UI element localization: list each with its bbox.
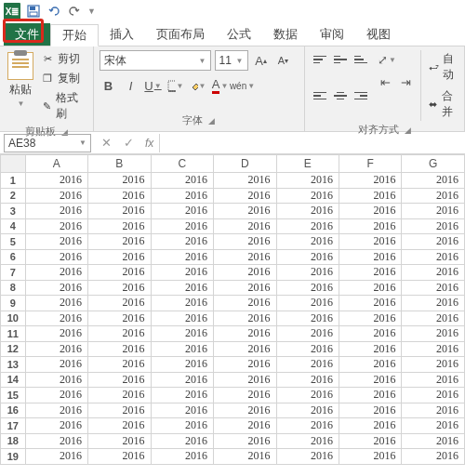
row-header[interactable]: 17 [1, 418, 26, 434]
cell[interactable]: 2016 [276, 418, 339, 434]
cell[interactable]: 2016 [339, 173, 402, 189]
tab-file[interactable]: 文件 [4, 23, 50, 46]
cell[interactable]: 2016 [276, 341, 339, 357]
cell[interactable]: 2016 [402, 449, 465, 465]
phonetic-button[interactable]: wén▼ [233, 76, 252, 95]
paste-button[interactable]: 粘贴 ▼ [6, 50, 35, 123]
cell[interactable]: 2016 [339, 204, 402, 219]
cell[interactable]: 2016 [25, 249, 87, 265]
cell[interactable]: 2016 [402, 204, 465, 219]
cell[interactable]: 2016 [276, 326, 339, 342]
row-header[interactable]: 4 [1, 218, 26, 234]
cell[interactable]: 2016 [88, 372, 151, 388]
row-header[interactable]: 6 [1, 249, 26, 265]
merge-button[interactable]: ⬌合并 [427, 87, 458, 121]
border-button[interactable]: ▼ [166, 76, 185, 95]
cell[interactable]: 2016 [151, 173, 213, 189]
align-top-button[interactable] [311, 50, 329, 69]
cell[interactable]: 2016 [214, 218, 276, 234]
row-header[interactable]: 12 [1, 341, 26, 357]
row-header[interactable]: 2 [1, 188, 26, 204]
cell[interactable]: 2016 [339, 403, 402, 418]
format-painter-button[interactable]: ✎格式刷 [39, 89, 87, 123]
align-middle-button[interactable] [331, 50, 350, 69]
cell[interactable]: 2016 [214, 388, 276, 403]
fill-color-button[interactable]: ▼ [189, 76, 207, 95]
cell[interactable]: 2016 [151, 388, 213, 403]
cell[interactable]: 2016 [88, 326, 151, 342]
cell[interactable]: 2016 [214, 188, 276, 204]
cell[interactable]: 2016 [402, 418, 465, 434]
cell[interactable]: 2016 [214, 357, 276, 373]
font-dialog-launcher[interactable]: ◢ [208, 116, 215, 126]
cell[interactable]: 2016 [151, 357, 213, 373]
cell[interactable]: 2016 [402, 234, 465, 250]
copy-button[interactable]: ❐复制 [39, 70, 87, 87]
cell[interactable]: 2016 [88, 311, 151, 326]
align-bottom-button[interactable] [352, 50, 370, 69]
cell[interactable]: 2016 [276, 311, 339, 326]
cell[interactable]: 2016 [25, 388, 87, 403]
cell[interactable]: 2016 [151, 341, 213, 357]
column-header[interactable]: B [88, 155, 151, 173]
cell[interactable]: 2016 [276, 372, 339, 388]
cell[interactable]: 2016 [88, 341, 151, 357]
cell[interactable]: 2016 [276, 265, 339, 281]
cell[interactable]: 2016 [402, 433, 465, 449]
row-header[interactable]: 11 [1, 326, 26, 342]
tab-insert[interactable]: 插入 [99, 23, 145, 46]
cell[interactable]: 2016 [402, 311, 465, 326]
increase-indent-button[interactable]: ⇥ [396, 73, 415, 91]
cell[interactable]: 2016 [214, 173, 276, 189]
row-header[interactable]: 16 [1, 403, 26, 418]
align-left-button[interactable] [311, 86, 329, 105]
cell[interactable]: 2016 [25, 311, 87, 326]
enter-formula-button[interactable]: ✓ [117, 136, 140, 150]
cell[interactable]: 2016 [25, 403, 87, 418]
row-header[interactable]: 15 [1, 388, 26, 403]
cell[interactable]: 2016 [151, 372, 213, 388]
cell[interactable]: 2016 [88, 403, 151, 418]
cell[interactable]: 2016 [402, 173, 465, 189]
cell[interactable]: 2016 [339, 341, 402, 357]
decrease-font-button[interactable]: A▾ [274, 51, 293, 70]
row-header[interactable]: 19 [1, 449, 26, 465]
cell[interactable]: 2016 [88, 296, 151, 311]
cell[interactable]: 2016 [276, 403, 339, 418]
cell[interactable]: 2016 [25, 326, 87, 342]
select-all-corner[interactable] [1, 155, 26, 173]
cell[interactable]: 2016 [151, 433, 213, 449]
cell[interactable]: 2016 [339, 357, 402, 373]
cell[interactable]: 2016 [88, 249, 151, 265]
cell[interactable]: 2016 [402, 326, 465, 342]
cell[interactable]: 2016 [151, 188, 213, 204]
cell[interactable]: 2016 [214, 296, 276, 311]
tab-layout[interactable]: 页面布局 [145, 23, 216, 46]
cell[interactable]: 2016 [402, 218, 465, 234]
cell[interactable]: 2016 [402, 388, 465, 403]
cell[interactable]: 2016 [214, 311, 276, 326]
cell[interactable]: 2016 [339, 433, 402, 449]
cell[interactable]: 2016 [151, 326, 213, 342]
font-size-select[interactable]: 11▼ [215, 50, 248, 71]
cell[interactable]: 2016 [214, 341, 276, 357]
cell[interactable]: 2016 [339, 372, 402, 388]
cell[interactable]: 2016 [88, 234, 151, 250]
cell[interactable]: 2016 [339, 296, 402, 311]
row-header[interactable]: 8 [1, 280, 26, 296]
cell[interactable]: 2016 [151, 204, 213, 219]
cell[interactable]: 2016 [25, 204, 87, 219]
cell[interactable]: 2016 [339, 280, 402, 296]
decrease-indent-button[interactable]: ⇤ [376, 73, 394, 91]
cell[interactable]: 2016 [214, 204, 276, 219]
cancel-formula-button[interactable]: ✕ [95, 136, 117, 150]
cell[interactable]: 2016 [88, 204, 151, 219]
redo-button[interactable] [67, 4, 82, 19]
cell[interactable]: 2016 [402, 188, 465, 204]
cell[interactable]: 2016 [214, 265, 276, 281]
cell[interactable]: 2016 [25, 357, 87, 373]
column-header[interactable]: D [214, 155, 276, 173]
spreadsheet-grid[interactable]: ABCDEFG120162016201620162016201620162201… [0, 154, 465, 465]
cell[interactable]: 2016 [151, 449, 213, 465]
cell[interactable]: 2016 [25, 341, 87, 357]
